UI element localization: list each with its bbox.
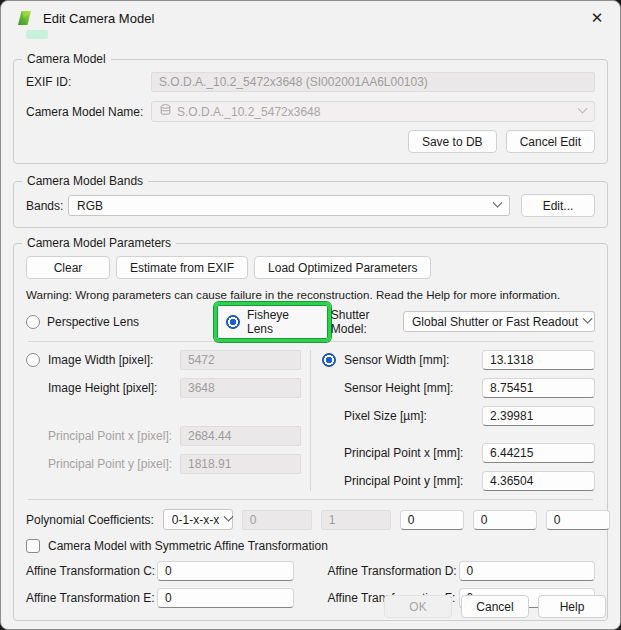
edit-camera-model-dialog: Edit Camera Model ✕ Camera Model EXIF ID… (0, 0, 621, 630)
camera-model-name-label: Camera Model Name: (26, 105, 151, 119)
perspective-lens-radio[interactable]: Perspective Lens (26, 315, 214, 329)
exif-id-field: S.O.D.A._10.2_5472x3648 (SI002001AA6L001… (151, 72, 595, 92)
shutter-model-value: Global Shutter or Fast Readout (412, 315, 578, 329)
poly-coefficient-1-field: 1 (321, 510, 391, 530)
chevron-down-icon (583, 314, 593, 324)
chevron-down-icon (493, 198, 503, 208)
principal-point-x-mm-label: Principal Point x [mm]: (344, 446, 482, 460)
image-height-field: 3648 (180, 378, 301, 398)
image-width-label: Image Width [pixel]: (48, 353, 180, 367)
perspective-lens-label: Perspective Lens (47, 315, 139, 329)
camera-model-name-combo[interactable]: S.O.D.A._10.2_5472x3648 (151, 101, 595, 122)
warning-text: Warning: Wrong parameters can cause fail… (26, 288, 595, 301)
app-leaf-icon (15, 9, 33, 27)
save-to-db-button[interactable]: Save to DB (408, 130, 497, 153)
chevron-down-icon (578, 104, 588, 114)
sensor-height-input[interactable]: 8.75451 (482, 378, 595, 398)
sensor-width-input[interactable]: 13.1318 (482, 350, 595, 370)
cancel-button[interactable]: Cancel (461, 595, 529, 618)
poly-coefficient-3-input[interactable]: 0 (473, 510, 537, 530)
poly-coefficient-4-input[interactable]: 0 (546, 510, 610, 530)
principal-point-y-pixel-field: 1818.91 (180, 454, 301, 474)
image-height-label: Image Height [pixel]: (48, 381, 180, 395)
symmetric-affine-checkbox[interactable] (26, 539, 40, 553)
chevron-down-icon (224, 512, 234, 522)
principal-point-y-pixel-label: Principal Point y [pixel]: (48, 457, 180, 471)
sensor-size-radio[interactable] (322, 353, 336, 367)
edit-bands-button[interactable]: Edit... (521, 194, 595, 217)
camera-model-parameters-group: Camera Model Parameters Clear Estimate f… (13, 243, 608, 621)
affine-d-input[interactable]: 0 (459, 561, 596, 581)
polynomial-model-combo[interactable]: 0-1-x-x-x (163, 509, 233, 530)
clear-button[interactable]: Clear (26, 256, 110, 279)
sensor-height-label: Sensor Height [mm]: (344, 381, 482, 395)
affine-e-input[interactable]: 0 (157, 588, 294, 608)
polynomial-coefficients-label: Polynomial Coefficients: (26, 513, 154, 527)
camera-model-group: Camera Model EXIF ID: S.O.D.A._10.2_5472… (13, 59, 608, 164)
bands-combo[interactable]: RGB (68, 195, 510, 216)
camera-model-name-value: S.O.D.A._10.2_5472x3648 (177, 105, 320, 119)
polynomial-model-value: 0-1-x-x-x (172, 513, 219, 527)
divider (28, 499, 593, 500)
affine-d-label: Affine Transformation D: (328, 564, 459, 578)
principal-point-y-mm-label: Principal Point y [mm]: (344, 474, 482, 488)
database-icon (160, 104, 171, 119)
camera-model-bands-group: Camera Model Bands Bands: RGB Edit... (13, 181, 608, 228)
principal-point-y-mm-input[interactable]: 4.36504 (482, 471, 595, 491)
pixel-size-input[interactable]: 2.39981 (482, 406, 595, 426)
help-button[interactable]: Help (538, 595, 606, 618)
shutter-model-label: Shutter Model: (331, 308, 395, 336)
radio-unselected-icon (26, 315, 40, 329)
fisheye-lens-label: Fisheye Lens (247, 308, 314, 336)
title-bar: Edit Camera Model ✕ (1, 1, 620, 35)
cancel-edit-button[interactable]: Cancel Edit (506, 130, 595, 153)
ok-button[interactable]: OK (384, 595, 452, 618)
affine-c-label: Affine Transformation C: (26, 564, 157, 578)
window-title: Edit Camera Model (43, 11, 154, 26)
poly-coefficient-2-input[interactable]: 0 (400, 510, 464, 530)
close-icon[interactable]: ✕ (580, 4, 614, 32)
affine-c-input[interactable]: 0 (157, 561, 294, 581)
pixel-size-label: Pixel Size [µm]: (344, 409, 482, 423)
image-size-radio[interactable] (26, 353, 40, 367)
bands-label: Bands: (26, 199, 68, 213)
camera-model-group-title: Camera Model (22, 52, 111, 67)
parameters-group-title: Camera Model Parameters (22, 236, 176, 251)
poly-coefficient-0-field: 0 (242, 510, 312, 530)
load-optimized-parameters-button[interactable]: Load Optimized Parameters (254, 256, 431, 279)
annotation-smudge (26, 30, 48, 39)
bands-value: RGB (77, 199, 103, 213)
principal-point-x-pixel-label: Principal Point x [pixel]: (48, 429, 180, 443)
fisheye-highlight-annotation: Fisheye Lens (214, 302, 331, 342)
affine-e-label: Affine Transformation E: (26, 591, 157, 605)
principal-point-x-pixel-field: 2684.44 (180, 426, 301, 446)
image-width-field: 5472 (180, 350, 301, 370)
estimate-from-exif-button[interactable]: Estimate from EXIF (116, 256, 248, 279)
principal-point-x-mm-input[interactable]: 6.44215 (482, 443, 595, 463)
exif-id-label: EXIF ID: (26, 75, 151, 89)
sensor-width-label: Sensor Width [mm]: (344, 353, 482, 367)
bands-group-title: Camera Model Bands (22, 174, 148, 189)
symmetric-affine-label: Camera Model with Symmetric Affine Trans… (48, 539, 328, 553)
shutter-model-combo[interactable]: Global Shutter or Fast Readout (403, 311, 595, 332)
radio-selected-icon[interactable] (226, 315, 240, 329)
